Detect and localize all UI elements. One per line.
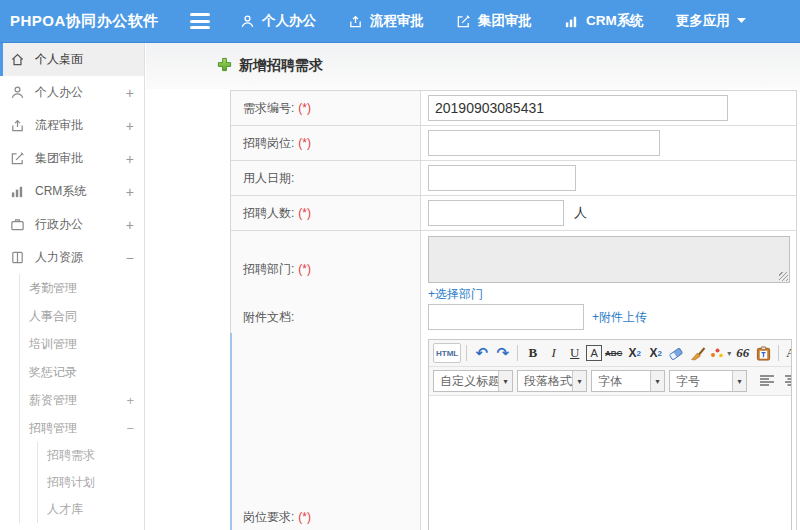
upload-attachment-link[interactable]: +附件上传 <box>592 309 647 326</box>
form-row-req-no: 需求编号: (*) <box>231 91 796 126</box>
field-label: 招聘岗位: <box>243 135 294 152</box>
paragraph-format-dropdown[interactable]: 段落格式 ▾ <box>517 370 587 392</box>
blockquote-button[interactable]: 66 <box>733 343 752 363</box>
nav-label: 流程审批 <box>370 12 424 30</box>
format-brush-icon[interactable] <box>688 343 707 363</box>
briefcase-icon <box>10 217 26 232</box>
custom-title-dropdown[interactable]: 自定义标题 ▾ <box>433 370 513 392</box>
position-input[interactable] <box>428 130 660 156</box>
sub-item-label: 人才库 <box>47 501 83 518</box>
toolbar-separator <box>466 345 467 361</box>
caret-down-icon: ▾ <box>727 349 731 358</box>
sub-item-label: 考勤管理 <box>29 280 77 297</box>
italic-button[interactable]: I <box>544 343 563 363</box>
collapse-minus-icon[interactable]: − <box>126 421 134 436</box>
sidebar-item-crm[interactable]: CRM系统 + <box>0 175 144 208</box>
expand-plus-icon[interactable]: + <box>126 217 134 233</box>
sidebar-item-personal-office[interactable]: 个人办公 + <box>0 76 144 109</box>
sidebar-item-label: 个人桌面 <box>35 51 83 68</box>
font-color-button[interactable]: A▾ <box>784 343 791 363</box>
font-style-button[interactable]: A <box>586 345 602 361</box>
sidebar-item-admin-office[interactable]: 行政办公 + <box>0 208 144 241</box>
sidebar-item-recruit-plan[interactable]: 招聘计划 <box>38 469 144 496</box>
sidebar-item-salary[interactable]: 薪资管理 + <box>20 386 144 414</box>
font-family-dropdown[interactable]: 字体 ▾ <box>591 370 665 392</box>
edit-icon <box>10 151 26 166</box>
field-label: 用人日期: <box>243 170 294 187</box>
sidebar-item-hr[interactable]: 人力资源 − <box>0 241 144 274</box>
strikethrough-button[interactable]: ABC <box>604 343 623 363</box>
font-size-dropdown[interactable]: 字号 ▾ <box>669 370 747 392</box>
sidebar-item-workflow-approval[interactable]: 流程审批 + <box>0 109 144 142</box>
align-center-icon[interactable] <box>782 371 791 391</box>
req-no-label: 需求编号: (*) <box>231 91 421 125</box>
align-left-icon[interactable] <box>757 371 776 391</box>
edit-icon <box>456 14 471 29</box>
sidebar-item-group-approval[interactable]: 集团审批 + <box>0 142 144 175</box>
sidebar-item-talent-pool[interactable]: 人才库 <box>38 496 144 523</box>
expand-plus-icon[interactable]: + <box>126 118 134 134</box>
add-icon <box>217 57 232 76</box>
sub-exp: 2 <box>658 349 662 358</box>
sidebar-item-recruitment[interactable]: 招聘管理 − <box>20 414 144 442</box>
form-row-attachment: 附件文档: +附件上传 <box>231 300 796 333</box>
nav-workflow-approval[interactable]: 流程审批 <box>348 12 424 30</box>
redo-icon[interactable]: ↷ <box>493 343 512 363</box>
resize-handle[interactable] <box>779 272 788 281</box>
position-label: 招聘岗位: (*) <box>231 126 421 160</box>
nav-more-apps[interactable]: 更多应用 <box>676 12 746 30</box>
sidebar-item-training[interactable]: 培训管理 <box>20 330 144 358</box>
hr-submenu: 考勤管理 人事合同 培训管理 奖惩记录 薪资管理 + 招聘管理 − 招聘需求 <box>19 274 144 523</box>
collapse-minus-icon[interactable]: − <box>126 250 134 266</box>
nav-label: 个人办公 <box>262 12 316 30</box>
subscript-button[interactable]: X2 <box>646 343 665 363</box>
flow-icon <box>10 118 26 133</box>
req-no-input[interactable] <box>428 95 728 121</box>
dropdown-label: 自定义标题 <box>434 373 498 390</box>
paste-icon[interactable] <box>754 343 773 363</box>
rich-text-editor: HTML ↶ ↷ B I U A ABC X2 X2 <box>428 339 792 530</box>
expand-plus-icon[interactable]: + <box>126 85 134 101</box>
undo-icon[interactable]: ↶ <box>472 343 491 363</box>
expand-plus-icon[interactable]: + <box>126 393 134 408</box>
sidebar-item-rewards[interactable]: 奖惩记录 <box>20 358 144 386</box>
color-format-icon[interactable]: ▾ <box>709 343 731 363</box>
sidebar-item-hr-contract[interactable]: 人事合同 <box>20 302 144 330</box>
eraser-icon[interactable] <box>667 343 686 363</box>
nav-label: CRM系统 <box>586 12 644 30</box>
required-marker: (*) <box>298 206 311 220</box>
dropdown-label: 字号 <box>670 373 732 390</box>
sub-item-label: 培训管理 <box>29 336 77 353</box>
sidebar-item-attendance[interactable]: 考勤管理 <box>20 274 144 302</box>
hamburger-menu-icon[interactable] <box>190 13 210 29</box>
attachment-label: 附件文档: <box>231 300 421 334</box>
sub-item-label: 人事合同 <box>29 308 77 325</box>
bold-button[interactable]: B <box>523 343 542 363</box>
expand-plus-icon[interactable]: + <box>126 184 134 200</box>
sub-item-label: 招聘计划 <box>47 474 95 491</box>
expand-plus-icon[interactable]: + <box>126 151 134 167</box>
dept-textarea[interactable] <box>428 236 790 283</box>
field-label: 招聘人数: <box>243 205 294 222</box>
attachment-input[interactable] <box>428 304 584 330</box>
sidebar-item-recruit-request[interactable]: 招聘需求 <box>38 442 144 469</box>
align-buttons <box>757 371 791 391</box>
date-label: 用人日期: <box>231 161 421 195</box>
underline-button[interactable]: U <box>565 343 584 363</box>
superscript-button[interactable]: X2 <box>625 343 644 363</box>
person-icon <box>240 14 255 29</box>
sidebar-item-label: 人力资源 <box>35 249 83 266</box>
nav-personal-office[interactable]: 个人办公 <box>240 12 316 30</box>
sidebar-item-desktop[interactable]: 个人桌面 <box>0 43 144 76</box>
count-input[interactable] <box>428 200 564 226</box>
date-input[interactable] <box>428 165 576 191</box>
sub-item-label: 薪资管理 <box>29 392 77 409</box>
nav-crm-system[interactable]: CRM系统 <box>564 12 644 30</box>
nav-group-approval[interactable]: 集团审批 <box>456 12 532 30</box>
editor-content-area[interactable] <box>429 396 791 530</box>
caret-down-icon: ▾ <box>498 371 512 391</box>
sub-item-label: 奖惩记录 <box>29 364 77 381</box>
required-marker: (*) <box>298 262 311 276</box>
dropdown-label: 段落格式 <box>518 373 572 390</box>
html-source-button[interactable]: HTML <box>433 343 461 363</box>
